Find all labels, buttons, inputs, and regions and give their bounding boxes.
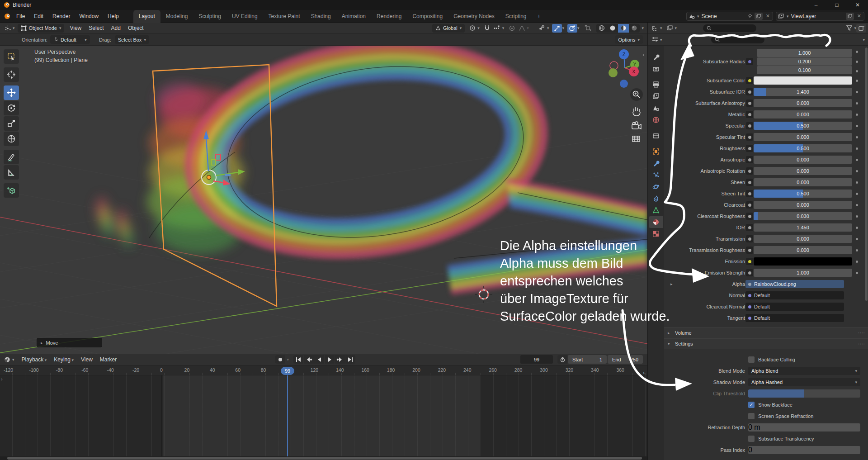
viewport-menu-add[interactable]: Add [108, 25, 124, 31]
workspace-tab-rendering[interactable]: Rendering [371, 10, 407, 23]
keyframe-dot[interactable] [852, 215, 861, 218]
number-field[interactable]: 1.000 [757, 49, 852, 57]
keyframe-dot[interactable] [852, 249, 861, 251]
workspace-tab-scripting[interactable]: Scripting [500, 10, 532, 23]
keyframe-dot[interactable] [852, 193, 861, 195]
hscrollbar-thumb[interactable] [7, 457, 642, 460]
sidebar-collapse-icon[interactable]: ‹ [642, 51, 644, 58]
frame-end-field[interactable]: End 250 [608, 355, 643, 364]
menu-window[interactable]: Window [75, 10, 103, 23]
tool-cursor[interactable] [4, 67, 19, 82]
keyframe-dot[interactable] [852, 181, 861, 184]
use-preview-range-icon[interactable] [557, 355, 567, 364]
timeline-menu-playback[interactable]: Playback ▾ [18, 356, 51, 363]
socket-button[interactable] [746, 167, 753, 175]
socket-button[interactable] [746, 156, 753, 163]
socket-button[interactable] [746, 247, 753, 254]
timeline-dopesheet[interactable]: › ‹ [0, 375, 647, 456]
checkbox-checked[interactable]: ✓ [748, 402, 755, 408]
tool-annotate[interactable] [4, 150, 19, 164]
value-slider[interactable]: 0.000 [754, 201, 852, 209]
keyframe-dot[interactable] [852, 136, 861, 138]
options-button[interactable]: Options ▾ [615, 35, 643, 44]
new-collection-icon[interactable] [856, 24, 866, 33]
menu-edit[interactable]: Edit [29, 10, 48, 23]
unlink-scene-icon[interactable]: ✕ [765, 13, 771, 19]
timeline-ruler[interactable]: -120-100-80-60-40-2002040608012014016018… [0, 365, 647, 375]
properties-scrollbar[interactable] [865, 47, 868, 301]
properties-tab-scene[interactable] [649, 102, 663, 114]
number-field[interactable]: 0.500 [748, 389, 860, 398]
socket-button[interactable] [746, 100, 753, 107]
jump-to-prev-keyframe-button[interactable] [304, 355, 314, 364]
overlays-toggle-icon[interactable] [567, 24, 577, 33]
outliner-search-input[interactable] [703, 24, 756, 32]
properties-tab-tool[interactable] [649, 51, 663, 63]
socket-button[interactable] [746, 213, 753, 220]
jump-to-end-button[interactable] [345, 355, 355, 364]
maximize-button[interactable]: □ [826, 0, 847, 10]
tool-add-cube[interactable] [4, 183, 19, 198]
timeline-hscrollbar[interactable] [0, 456, 647, 460]
close-button[interactable]: ✕ [847, 0, 868, 10]
workspace-tab-modeling[interactable]: Modeling [160, 10, 193, 23]
zoom-view-icon[interactable] [630, 88, 643, 101]
auto-keying-icon[interactable] [275, 355, 285, 364]
socket-button[interactable] [746, 145, 753, 152]
checkbox-unchecked[interactable] [748, 356, 755, 363]
number-field[interactable]: 0.200 [757, 57, 852, 66]
keyframe-dot[interactable] [852, 238, 861, 240]
socket-button[interactable] [746, 179, 753, 186]
properties-search-input[interactable] [711, 36, 764, 43]
color-swatch[interactable] [754, 76, 852, 85]
value-slider[interactable]: 0.000 [754, 110, 852, 119]
keyframe-dot[interactable] [852, 261, 861, 263]
timeline-menu-marker[interactable]: Marker [96, 356, 120, 363]
tool-measure[interactable] [4, 165, 19, 180]
value-slider[interactable]: 0.000 [754, 246, 852, 254]
properties-tab-physics[interactable] [649, 181, 663, 193]
socket-button[interactable] [746, 111, 753, 118]
show-object-types-icon[interactable] [537, 24, 547, 33]
keyframe-dot[interactable] [852, 80, 861, 82]
workspace-tab-shading[interactable]: Shading [306, 10, 336, 23]
workspace-tab-uv-editing[interactable]: UV Editing [226, 10, 263, 23]
socket-button[interactable] [746, 77, 753, 84]
shading-material-icon[interactable] [618, 24, 629, 33]
properties-tab-particles[interactable] [649, 169, 663, 181]
dropdown-field[interactable]: Alpha Blend▾ [748, 367, 860, 375]
value-slider[interactable]: 0.000 [754, 99, 852, 107]
properties-tab-collection[interactable] [649, 130, 663, 142]
jump-to-start-button[interactable] [293, 355, 303, 364]
tool-scale[interactable] [4, 116, 19, 131]
operator-panel[interactable]: ▸ Move [37, 338, 102, 347]
panel-volume[interactable]: ▸Volume∷∷ [664, 327, 868, 338]
properties-tab-modifiers[interactable] [649, 157, 663, 169]
tool-select-box[interactable] [4, 49, 19, 64]
keyframe-dot[interactable] [852, 272, 861, 274]
properties-tab-view-layer[interactable] [649, 90, 663, 102]
camera-view-icon[interactable] [632, 122, 641, 129]
socket-button[interactable] [746, 190, 753, 197]
keyframe-dot[interactable] [852, 159, 861, 161]
orientation-dropdown[interactable]: Default ▾ [50, 35, 90, 44]
menu-help[interactable]: Help [103, 10, 123, 23]
socket-button[interactable] [746, 133, 753, 141]
menu-file[interactable]: File [12, 10, 29, 23]
new-viewlayer-button[interactable] [846, 13, 854, 20]
value-slider[interactable]: 0.000 [754, 178, 852, 186]
value-slider[interactable]: 1.450 [754, 223, 852, 232]
outliner-display-mode-icon[interactable] [665, 24, 675, 33]
panel-settings[interactable]: ▾Settings∷∷ [664, 338, 868, 349]
workspace-tab-texture-paint[interactable]: Texture Paint [263, 10, 306, 23]
transform-orientation-dropdown[interactable]: Global ▾ [432, 24, 465, 33]
socket-button[interactable] [746, 201, 753, 209]
link-field[interactable]: Default [745, 303, 844, 311]
viewport-menu-object[interactable]: Object [124, 25, 147, 31]
socket-button[interactable] [746, 58, 753, 65]
mode-dropdown[interactable]: Object Mode ▾ [18, 24, 65, 33]
socket-button[interactable] [746, 122, 753, 129]
value-slider[interactable]: 0.000 [754, 167, 852, 175]
keyframe-dot[interactable] [852, 114, 861, 116]
socket-button[interactable] [746, 235, 753, 242]
